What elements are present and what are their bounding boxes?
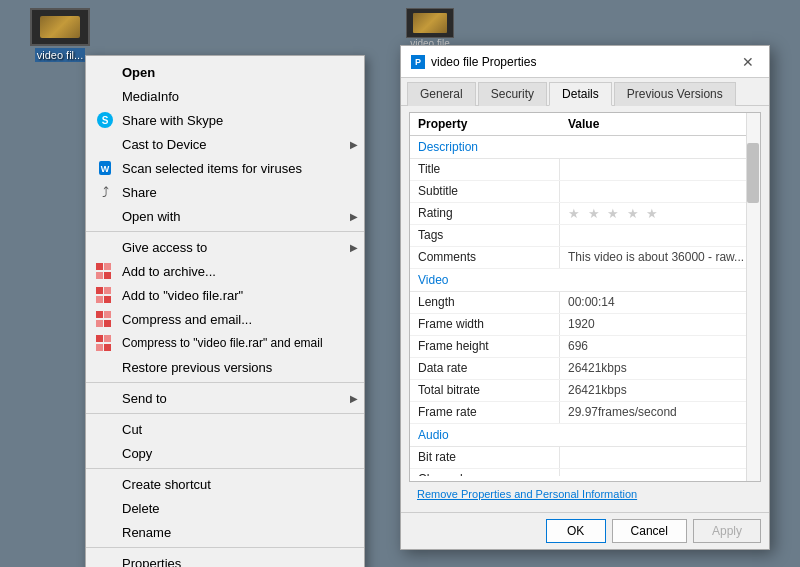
menu-item-share[interactable]: ⤴ Share: [86, 180, 364, 204]
defender-icon: W: [94, 159, 116, 177]
section-audio: Audio: [410, 424, 760, 447]
svg-text:W: W: [101, 164, 110, 174]
menu-item-copy[interactable]: Copy: [86, 441, 364, 465]
delete-icon: [94, 499, 116, 517]
restore-icon: [94, 358, 116, 376]
skype-icon: S: [94, 111, 116, 129]
separator-5: [86, 547, 364, 548]
dialog-titlebar: P video file Properties ✕: [401, 46, 769, 78]
menu-cut-label: Cut: [122, 422, 142, 437]
tab-details[interactable]: Details: [549, 82, 612, 106]
menu-item-add-archive[interactable]: Add to archive...: [86, 259, 364, 283]
properties-icon: [94, 554, 116, 567]
menu-item-open[interactable]: Open: [86, 60, 364, 84]
menu-item-scan[interactable]: W Scan selected items for viruses: [86, 156, 364, 180]
menu-item-mediainfo[interactable]: MediaInfo: [86, 84, 364, 108]
menu-item-create-shortcut[interactable]: Create shortcut: [86, 472, 364, 496]
section-video: Video: [410, 269, 760, 292]
desktop-file-icon[interactable]: video fil...: [25, 8, 95, 62]
menu-item-open-with[interactable]: Open with ▶: [86, 204, 364, 228]
menu-item-cut[interactable]: Cut: [86, 417, 364, 441]
menu-item-compress-email[interactable]: Compress and email...: [86, 307, 364, 331]
apply-button[interactable]: Apply: [693, 519, 761, 543]
open-with-icon: [94, 207, 116, 225]
separator-1: [86, 231, 364, 232]
menu-item-delete[interactable]: Delete: [86, 496, 364, 520]
menu-item-restore[interactable]: Restore previous versions: [86, 355, 364, 379]
separator-2: [86, 382, 364, 383]
shortcut-icon: [94, 475, 116, 493]
scrollbar-track[interactable]: [746, 113, 760, 481]
menu-give-access-label: Give access to: [122, 240, 207, 255]
submenu-arrow: ▶: [350, 139, 358, 150]
send-to-icon: [94, 389, 116, 407]
menu-send-to-label: Send to: [122, 391, 167, 406]
dialog-title-icon: P: [411, 55, 425, 69]
menu-item-send-to[interactable]: Send to ▶: [86, 386, 364, 410]
remove-properties-link[interactable]: Remove Properties and Personal Informati…: [409, 482, 761, 506]
menu-create-shortcut-label: Create shortcut: [122, 477, 211, 492]
rar-icon-4: [94, 334, 116, 352]
table-row: Data rate 26421kbps: [410, 358, 760, 380]
separator-4: [86, 468, 364, 469]
menu-share-label: Share: [122, 185, 157, 200]
properties-table: Property Value Description Title Subtitl…: [409, 112, 761, 482]
table-row: Frame rate 29.97frames/second: [410, 402, 760, 424]
separator-3: [86, 413, 364, 414]
menu-open-with-label: Open with: [122, 209, 181, 224]
menu-item-compress-rar-email[interactable]: Compress to "video file.rar" and email: [86, 331, 364, 355]
open-icon: [94, 63, 116, 81]
menu-skype-label: Share with Skype: [122, 113, 223, 128]
col-value: Value: [568, 117, 752, 131]
rar-icon-2: [94, 286, 116, 304]
menu-mediainfo-label: MediaInfo: [122, 89, 179, 104]
table-row: Frame width 1920: [410, 314, 760, 336]
dialog-tabs: General Security Details Previous Versio…: [401, 78, 769, 106]
properties-dialog: P video file Properties ✕ General Securi…: [400, 45, 770, 550]
table-row-rating: Rating ★ ★ ★ ★ ★: [410, 203, 760, 225]
scrollbar-thumb[interactable]: [747, 143, 759, 203]
menu-restore-label: Restore previous versions: [122, 360, 272, 375]
dialog-body: Property Value Description Title Subtitl…: [401, 106, 769, 512]
file-icon-label: video fil...: [35, 48, 85, 62]
table-body: Description Title Subtitle Rating ★ ★ ★ …: [410, 136, 760, 476]
menu-add-archive-label: Add to archive...: [122, 264, 216, 279]
rar-icon-3: [94, 310, 116, 328]
menu-item-add-rar[interactable]: Add to "video file.rar": [86, 283, 364, 307]
menu-item-properties[interactable]: Properties: [86, 551, 364, 567]
col-property: Property: [418, 117, 568, 131]
close-button[interactable]: ✕: [737, 51, 759, 73]
menu-item-skype[interactable]: S Share with Skype: [86, 108, 364, 132]
file-thumbnail-2: [406, 8, 454, 38]
menu-copy-label: Copy: [122, 446, 152, 461]
menu-item-rename[interactable]: Rename: [86, 520, 364, 544]
tab-previous-versions[interactable]: Previous Versions: [614, 82, 736, 106]
menu-add-rar-label: Add to "video file.rar": [122, 288, 243, 303]
submenu-arrow-access: ▶: [350, 242, 358, 253]
dialog-title: video file Properties: [431, 55, 536, 69]
submenu-arrow-send: ▶: [350, 393, 358, 404]
submenu-arrow-openwith: ▶: [350, 211, 358, 222]
cancel-button[interactable]: Cancel: [612, 519, 687, 543]
ok-button[interactable]: OK: [546, 519, 606, 543]
menu-scan-label: Scan selected items for viruses: [122, 161, 302, 176]
copy-icon: [94, 444, 116, 462]
dialog-title-area: P video file Properties: [411, 55, 536, 69]
menu-item-give-access[interactable]: Give access to ▶: [86, 235, 364, 259]
tab-security[interactable]: Security: [478, 82, 547, 106]
menu-open-label: Open: [122, 65, 155, 80]
tab-general[interactable]: General: [407, 82, 476, 106]
table-row: Comments This video is about 36000 - raw…: [410, 247, 760, 269]
table-row: Total bitrate 26421kbps: [410, 380, 760, 402]
table-row: Subtitle: [410, 181, 760, 203]
file-thumbnail: [30, 8, 90, 46]
table-row: Frame height 696: [410, 336, 760, 358]
menu-item-cast[interactable]: Cast to Device ▶: [86, 132, 364, 156]
table-row: Tags: [410, 225, 760, 247]
desktop-file-icon-2[interactable]: video file: [400, 8, 460, 49]
rar-icon-1: [94, 262, 116, 280]
table-header: Property Value: [410, 113, 760, 136]
menu-delete-label: Delete: [122, 501, 160, 516]
share-icon: ⤴: [94, 183, 116, 201]
table-row: Channels: [410, 469, 760, 476]
